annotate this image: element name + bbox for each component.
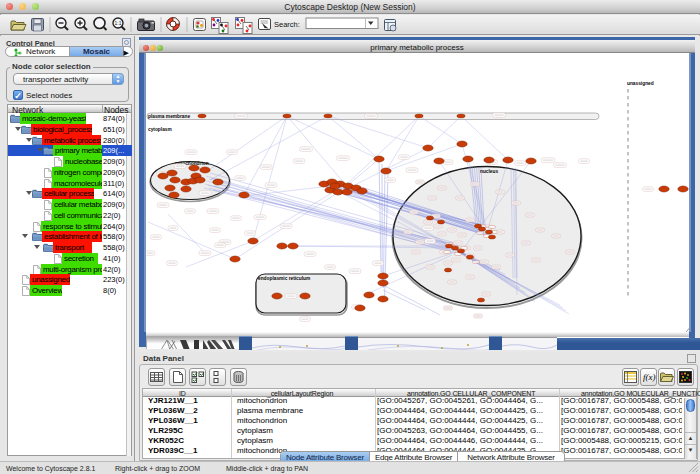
svg-text:Search:: Search:: [274, 20, 300, 29]
svg-text:1:1: 1:1: [115, 20, 122, 26]
svg-text:f(x): f(x): [643, 372, 656, 382]
svg-text:unassigned: unassigned: [627, 81, 654, 86]
svg-text:plasma membrane: plasma membrane: [148, 114, 190, 119]
svg-text:cytoplasm: cytoplasm: [148, 127, 172, 132]
svg-text:endoplasmic reticulum: endoplasmic reticulum: [258, 276, 310, 281]
svg-text:nucleus: nucleus: [480, 169, 498, 174]
